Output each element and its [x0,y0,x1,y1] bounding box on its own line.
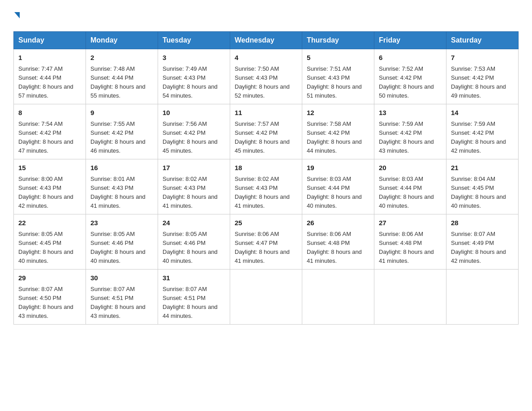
day-info: Sunrise: 8:05 AMSunset: 4:45 PMDaylight:… [18,230,81,266]
weekday-header-tuesday: Tuesday [158,32,230,49]
calendar-cell: 5Sunrise: 7:51 AMSunset: 4:43 PMDaylight… [302,49,374,104]
calendar-week-row: 15Sunrise: 8:00 AMSunset: 4:43 PMDayligh… [14,159,519,214]
calendar-cell [302,270,374,325]
day-info: Sunrise: 7:53 AMSunset: 4:42 PMDaylight:… [451,64,514,101]
calendar-cell: 13Sunrise: 7:59 AMSunset: 4:42 PMDayligh… [374,104,446,159]
day-number: 31 [163,273,225,283]
weekday-header-sunday: Sunday [14,32,86,49]
day-number: 23 [90,218,153,228]
calendar-cell: 3Sunrise: 7:49 AMSunset: 4:43 PMDaylight… [158,49,230,104]
day-number: 17 [163,163,225,173]
calendar-cell: 4Sunrise: 7:50 AMSunset: 4:43 PMDaylight… [230,49,302,104]
day-number: 20 [379,163,442,173]
day-info: Sunrise: 7:50 AMSunset: 4:43 PMDaylight:… [235,64,297,101]
calendar-cell: 1Sunrise: 7:47 AMSunset: 4:44 PMDaylight… [14,49,86,104]
calendar-cell: 20Sunrise: 8:03 AMSunset: 4:44 PMDayligh… [374,159,446,214]
day-info: Sunrise: 7:55 AMSunset: 4:42 PMDaylight:… [90,120,153,156]
day-info: Sunrise: 8:03 AMSunset: 4:44 PMDaylight:… [307,175,369,211]
day-info: Sunrise: 8:02 AMSunset: 4:43 PMDaylight:… [235,175,297,211]
calendar-cell: 27Sunrise: 8:06 AMSunset: 4:48 PMDayligh… [374,214,446,270]
calendar-cell: 8Sunrise: 7:54 AMSunset: 4:42 PMDaylight… [14,104,86,159]
day-number: 22 [18,218,81,228]
logo-triangle-icon [14,12,20,18]
calendar-cell: 12Sunrise: 7:58 AMSunset: 4:42 PMDayligh… [302,104,374,159]
day-info: Sunrise: 8:06 AMSunset: 4:47 PMDaylight:… [235,230,297,266]
day-info: Sunrise: 7:58 AMSunset: 4:42 PMDaylight:… [307,120,369,156]
calendar-cell: 2Sunrise: 7:48 AMSunset: 4:44 PMDaylight… [86,49,158,104]
day-info: Sunrise: 8:05 AMSunset: 4:46 PMDaylight:… [90,230,153,266]
weekday-header-thursday: Thursday [302,32,374,49]
calendar-cell: 29Sunrise: 8:07 AMSunset: 4:50 PMDayligh… [14,270,86,325]
day-number: 8 [18,108,81,118]
day-number: 13 [379,108,442,118]
weekday-header-monday: Monday [86,32,158,49]
calendar-week-row: 22Sunrise: 8:05 AMSunset: 4:45 PMDayligh… [14,214,519,270]
day-info: Sunrise: 8:06 AMSunset: 4:48 PMDaylight:… [307,230,369,266]
calendar-cell: 21Sunrise: 8:04 AMSunset: 4:45 PMDayligh… [446,159,519,214]
day-info: Sunrise: 7:56 AMSunset: 4:42 PMDaylight:… [163,120,225,156]
calendar-cell: 11Sunrise: 7:57 AMSunset: 4:42 PMDayligh… [230,104,302,159]
day-info: Sunrise: 8:03 AMSunset: 4:44 PMDaylight:… [379,175,442,211]
day-number: 28 [451,218,514,228]
calendar-week-row: 8Sunrise: 7:54 AMSunset: 4:42 PMDaylight… [14,104,519,159]
calendar-cell: 7Sunrise: 7:53 AMSunset: 4:42 PMDaylight… [446,49,519,104]
day-info: Sunrise: 8:06 AMSunset: 4:48 PMDaylight:… [379,230,442,266]
day-number: 12 [307,108,369,118]
day-info: Sunrise: 8:07 AMSunset: 4:49 PMDaylight:… [451,230,514,266]
weekday-header-friday: Friday [374,32,446,49]
logo [13,9,20,23]
calendar-cell: 10Sunrise: 7:56 AMSunset: 4:42 PMDayligh… [158,104,230,159]
day-number: 11 [235,108,297,118]
calendar-week-row: 1Sunrise: 7:47 AMSunset: 4:44 PMDaylight… [14,49,519,104]
day-info: Sunrise: 7:49 AMSunset: 4:43 PMDaylight:… [163,64,225,101]
calendar-cell: 14Sunrise: 7:59 AMSunset: 4:42 PMDayligh… [446,104,519,159]
day-number: 10 [163,108,225,118]
weekday-header-saturday: Saturday [446,32,519,49]
weekday-header-row: SundayMondayTuesdayWednesdayThursdayFrid… [14,32,519,49]
calendar-cell: 30Sunrise: 8:07 AMSunset: 4:51 PMDayligh… [86,270,158,325]
day-info: Sunrise: 8:07 AMSunset: 4:51 PMDaylight:… [163,285,225,321]
day-info: Sunrise: 7:59 AMSunset: 4:42 PMDaylight:… [379,120,442,156]
day-number: 25 [235,218,297,228]
day-number: 5 [307,53,369,63]
day-number: 9 [90,108,153,118]
day-number: 14 [451,108,514,118]
calendar-cell: 19Sunrise: 8:03 AMSunset: 4:44 PMDayligh… [302,159,374,214]
day-number: 29 [18,273,81,283]
calendar-cell [446,270,519,325]
day-number: 4 [235,53,297,63]
day-info: Sunrise: 8:07 AMSunset: 4:51 PMDaylight:… [90,285,153,321]
day-info: Sunrise: 7:48 AMSunset: 4:44 PMDaylight:… [90,64,153,101]
calendar-cell [374,270,446,325]
weekday-header-wednesday: Wednesday [230,32,302,49]
calendar-week-row: 29Sunrise: 8:07 AMSunset: 4:50 PMDayligh… [14,270,519,325]
day-info: Sunrise: 8:07 AMSunset: 4:50 PMDaylight:… [18,285,81,321]
day-info: Sunrise: 8:04 AMSunset: 4:45 PMDaylight:… [451,175,514,211]
calendar-cell: 17Sunrise: 8:02 AMSunset: 4:43 PMDayligh… [158,159,230,214]
day-number: 3 [163,53,225,63]
calendar-cell: 22Sunrise: 8:05 AMSunset: 4:45 PMDayligh… [14,214,86,270]
day-number: 1 [18,53,81,63]
day-number: 21 [451,163,514,173]
calendar-cell: 31Sunrise: 8:07 AMSunset: 4:51 PMDayligh… [158,270,230,325]
day-info: Sunrise: 8:05 AMSunset: 4:46 PMDaylight:… [163,230,225,266]
day-number: 6 [379,53,442,63]
calendar-cell: 24Sunrise: 8:05 AMSunset: 4:46 PMDayligh… [158,214,230,270]
day-info: Sunrise: 7:47 AMSunset: 4:44 PMDaylight:… [18,64,81,101]
calendar-cell: 23Sunrise: 8:05 AMSunset: 4:46 PMDayligh… [86,214,158,270]
calendar-cell: 28Sunrise: 8:07 AMSunset: 4:49 PMDayligh… [446,214,519,270]
day-number: 16 [90,163,153,173]
day-info: Sunrise: 8:00 AMSunset: 4:43 PMDaylight:… [18,175,81,211]
day-number: 19 [307,163,369,173]
calendar-cell: 9Sunrise: 7:55 AMSunset: 4:42 PMDaylight… [86,104,158,159]
day-number: 7 [451,53,514,63]
day-info: Sunrise: 7:59 AMSunset: 4:42 PMDaylight:… [451,120,514,156]
day-number: 27 [379,218,442,228]
calendar-cell: 16Sunrise: 8:01 AMSunset: 4:43 PMDayligh… [86,159,158,214]
header [13,9,519,23]
day-number: 2 [90,53,153,63]
day-number: 18 [235,163,297,173]
day-number: 15 [18,163,81,173]
calendar-cell: 25Sunrise: 8:06 AMSunset: 4:47 PMDayligh… [230,214,302,270]
calendar-cell: 18Sunrise: 8:02 AMSunset: 4:43 PMDayligh… [230,159,302,214]
